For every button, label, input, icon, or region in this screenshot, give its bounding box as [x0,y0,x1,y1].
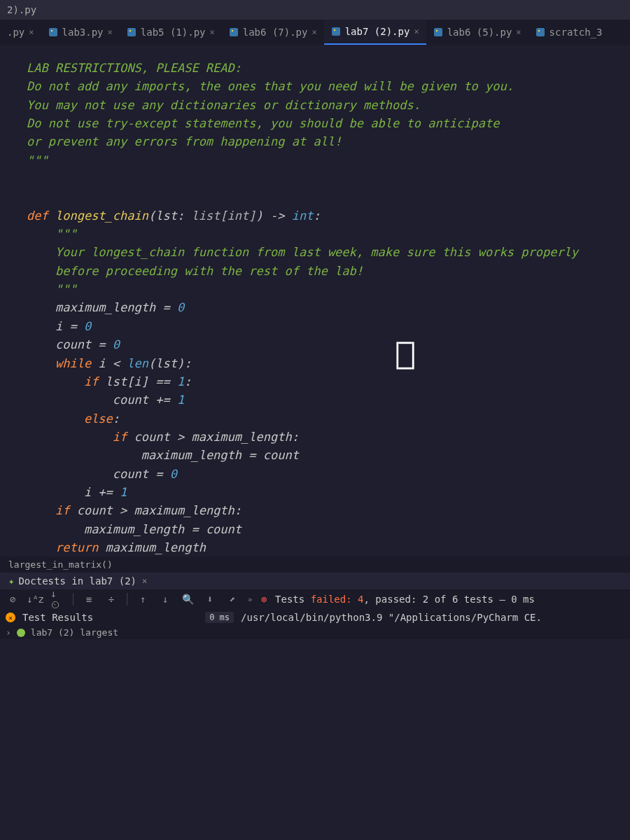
tab-lab6-5[interactable]: lab6 (5).py × [426,20,528,45]
sort-alphabetically-button[interactable]: ↓ᴬᴢ [28,592,42,606]
code-line: maximum_length = count [21,520,630,538]
code-line: i += 1 [21,483,630,501]
breadcrumb-file: 2).py [7,4,36,15]
divider [127,593,127,606]
code-line: Your longest_chain function from last we… [21,243,630,261]
code-line [21,188,630,206]
code-line: def longest_chain(lst: list[int]) -> int… [21,206,630,225]
svg-point-1 [50,30,52,31]
code-line: or prevent any errors from happening at … [21,132,630,150]
divider [73,593,74,606]
search-button[interactable]: 🔍 [181,592,195,606]
test-results-row[interactable]: ✕ Test Results 0 ms /usr/local/bin/pytho… [0,609,630,626]
svg-point-7 [333,29,335,31]
prev-failed-button[interactable]: ↑ [136,592,150,606]
test-toolbar: ⊘ ↓ᴬᴢ ↓⏲ ≡ ÷ ↑ ↓ 🔍 ⬇ ⬈ » ⊗ Tests failed:… [0,589,630,609]
code-line: count = 0 [21,335,630,354]
tab-label: lab5 (1).py [141,27,206,38]
python-file-icon [331,27,341,36]
code-line: Do not use try-except statements, you sh… [21,114,630,132]
tab-lab3[interactable]: lab3.py × [41,20,120,45]
text-cursor [396,342,414,369]
test-results-label: Test Results [22,612,93,623]
close-icon[interactable]: × [29,27,34,37]
import-button[interactable]: ⬇ [203,592,217,606]
tab-lab5-1[interactable]: lab5 (1).py × [120,20,222,45]
code-line: """ [21,225,630,243]
chevron-right-icon[interactable]: › [6,627,11,638]
code-line: count = 0 [21,465,630,483]
timing-badge: 0 ms [205,612,234,623]
test-tree-row[interactable]: › lab7 (2) largest [0,626,630,639]
run-panel-header: ✦ Doctests in lab7 (2) × [0,573,630,589]
python-file-icon [48,27,58,37]
more-icon[interactable]: » [248,595,253,604]
breadcrumb-symbol: largest_in_matrix() [8,559,113,570]
code-line: if count > maximum_length: [21,501,630,519]
tab-label: lab7 (2).py [345,26,410,37]
code-line: if count > maximum_length: [21,428,630,446]
tab-label: .py [7,27,24,38]
python-file-icon [433,27,443,37]
tab-label: scratch_3 [550,27,603,38]
svg-rect-6 [332,27,340,36]
svg-point-3 [130,30,131,31]
code-line: else: [21,410,630,428]
svg-rect-8 [434,28,442,36]
code-line: maximum_length = 0 [21,298,630,316]
svg-rect-4 [230,28,238,36]
code-editor[interactable]: LAB RESTRICTIONS, PLEASE READ: Do not ad… [0,45,630,556]
tab-label: lab3.py [62,27,104,38]
code-line: if lst[i] == 1: [21,372,630,391]
svg-point-9 [435,30,437,31]
tab-label: lab6 (5).py [447,27,512,38]
svg-point-11 [538,30,539,31]
close-icon[interactable]: × [312,27,316,37]
next-failed-button[interactable]: ↓ [158,592,172,606]
code-line: LAB RESTRICTIONS, PLEASE READ: [21,59,630,77]
code-line: i = 0 [21,317,630,335]
code-line: You may not use any dictionaries or dict… [21,96,630,114]
code-line: maximum_length = count [21,446,630,464]
tab-py[interactable]: .py × [0,20,41,45]
test-summary: Tests failed: 4, passed: 2 of 6 tests – … [275,594,535,605]
code-line: return maximum_length [21,538,630,556]
code-line [21,169,630,188]
breadcrumb: 2).py [0,0,630,20]
close-icon[interactable]: × [210,27,215,37]
interpreter-path: /usr/local/bin/python3.9 "/Applications/… [241,612,542,623]
python-file-icon [127,27,136,37]
code-line: before proceeding with the rest of the l… [21,262,630,280]
sort-by-duration-button[interactable]: ↓⏲ [50,592,64,606]
svg-rect-10 [536,28,545,36]
expand-all-button[interactable]: ≡ [82,592,96,606]
collapse-all-button[interactable]: ÷ [104,592,118,606]
svg-rect-2 [127,28,136,36]
python-file-icon [229,27,239,37]
pytest-icon: ✦ [8,575,14,587]
test-node-label: lab7 (2) largest [31,627,118,638]
code-line: count += 1 [21,391,630,409]
code-line: Do not add any imports, the ones that yo… [21,77,630,95]
close-icon[interactable]: × [108,27,113,37]
stop-button[interactable]: ⊘ [6,592,20,606]
svg-rect-0 [49,28,57,36]
tab-scratch3[interactable]: scratch_3 [528,20,610,45]
run-config-name: Doctests in lab7 (2) [18,575,136,587]
fail-status-icon: ⊗ [261,594,267,605]
close-icon[interactable]: × [516,27,521,37]
code-line: while i < len(lst): [21,354,630,372]
tab-lab6-7[interactable]: lab6 (7).py × [222,20,324,45]
tab-label: lab6 (7).py [243,27,308,38]
python-file-icon [536,27,545,37]
close-icon[interactable]: × [142,576,147,586]
code-line: """ [21,280,630,298]
warning-icon: ✕ [6,612,15,622]
tab-bar: .py × lab3.py × lab5 (1).py × lab6 (7).p… [0,20,630,45]
code-breadcrumb[interactable]: largest_in_matrix() [0,556,630,573]
export-button[interactable]: ⬈ [225,592,239,606]
close-icon[interactable]: × [414,27,419,36]
status-dot-icon [17,629,25,637]
svg-point-5 [232,30,233,31]
tab-lab7-2[interactable]: lab7 (2).py × [324,20,426,45]
